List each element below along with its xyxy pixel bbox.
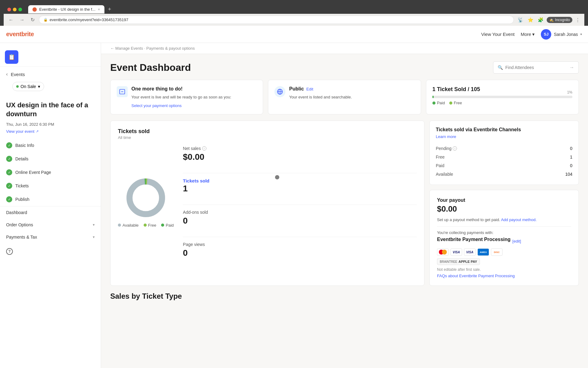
free-dot [449, 102, 452, 105]
more-browser-btn[interactable]: ⋮ [574, 16, 581, 24]
sidebar-basic-info[interactable]: ✓ Basic Info [0, 139, 101, 152]
public-card: Public Edit Your event is listed and sea… [268, 80, 421, 114]
add-payout-link[interactable]: Add payout method. [501, 217, 537, 222]
view-event-button[interactable]: View Your Event [481, 32, 514, 37]
select-payment-link[interactable]: Select your payment options [131, 103, 231, 108]
find-attendees-input[interactable] [505, 65, 567, 70]
window-maximize[interactable] [18, 8, 22, 11]
stats-row: Tickets sold All time [110, 121, 579, 286]
pending-info-icon[interactable]: i [453, 146, 457, 151]
sidebar-payments-tax[interactable]: Payments & Tax ▾ [0, 231, 101, 243]
extensions-icon[interactable]: 🧩 [537, 16, 545, 24]
incognito-badge: 🕵️ Incognito [547, 17, 572, 23]
available-row-label: Available [436, 172, 453, 177]
provider-edit-link[interactable]: [edit] [512, 239, 521, 243]
channels-available-row: Available 104 [436, 170, 572, 178]
tickets-sold-link[interactable]: Tickets sold [183, 178, 209, 183]
more-menu-button[interactable]: More ▾ [521, 32, 535, 37]
sidebar-publish[interactable]: ✓ Publish [0, 193, 101, 206]
sidebar-back-button[interactable]: ‹ [6, 71, 8, 77]
faqs-link[interactable]: FAQs about Eventbrite Payment Processing [437, 274, 571, 278]
header-actions: View Your Event More ▾ SJ Sarah Jonas ▾ [481, 29, 582, 40]
net-sales-label: Net sales i [183, 146, 417, 151]
addons-sold-section: Add-ons sold 0 [183, 210, 417, 226]
user-name: Sarah Jonas [554, 32, 578, 37]
payments-tax-caret: ▾ [93, 235, 95, 239]
on-sale-status-badge[interactable]: On Sale ▾ [12, 82, 44, 91]
publish-label: Publish [15, 197, 29, 202]
payout-card: Your payout $0.00 Set up a payout method… [429, 190, 579, 286]
find-attendees-box[interactable]: 🔍 → [493, 61, 579, 74]
sidebar-order-options[interactable]: Order Options ▾ [0, 219, 101, 231]
tickets-label: Tickets [15, 183, 29, 188]
lock-icon: 🔒 [43, 18, 48, 22]
todo-card-title: One more thing to do! [131, 86, 231, 92]
net-sales-section: Net sales i $0.00 [183, 146, 417, 162]
new-tab-button[interactable]: + [106, 5, 114, 14]
mc-circles [439, 250, 447, 255]
main-content: ← Manage Events · Payments & payout opti… [101, 43, 588, 368]
sidebar-online-event-page[interactable]: ✓ Online Event Page [0, 166, 101, 179]
net-sales-info-icon[interactable]: i [202, 146, 206, 151]
sidebar-back-row: ‹ Events [0, 69, 101, 82]
events-link[interactable]: Events [11, 72, 25, 77]
page-views-value: 0 [183, 248, 417, 258]
window-minimize[interactable] [13, 8, 17, 11]
search-icon: 🔍 [498, 65, 503, 70]
chart-area: Available Free Paid [118, 146, 417, 258]
url-text: eventbrite.com/myevent?eid=336451735197 [50, 17, 128, 22]
sidebar: 📋 ‹ Events On Sale ▾ UX design in the fa… [0, 43, 101, 368]
not-editable-text: Not editable after first sale. [437, 267, 571, 272]
free-row-label: Free [436, 155, 445, 159]
channels-card: Tickets sold via Eventbrite Channels Lea… [429, 121, 579, 185]
view-event-sidebar-link[interactable]: View your event [6, 129, 34, 134]
eventbrite-logo[interactable]: eventbrite [6, 31, 34, 38]
public-card-icon [274, 86, 285, 97]
channels-title: Tickets sold via Eventbrite Channels [436, 127, 521, 132]
apple-pay-label: APPLE PAY [458, 260, 477, 263]
tab-close-btn[interactable]: × [98, 7, 100, 12]
check-online-event: ✓ [6, 169, 12, 175]
public-edit-link[interactable]: Edit [306, 87, 313, 91]
payment-icons: VISA VISA AMEX DISC [437, 248, 571, 256]
amex-icon: AMEX [477, 248, 489, 256]
user-chevron-icon: ▾ [580, 33, 582, 36]
sales-section: Sales by Ticket Type [110, 292, 579, 301]
todo-card-desc: Your event is live and will be ready to … [131, 94, 231, 100]
status-chevron-icon: ▾ [38, 84, 40, 89]
tab-favicon [32, 7, 37, 12]
sales-title: Sales by Ticket Type [110, 292, 579, 301]
user-avatar: SJ [541, 29, 551, 40]
user-menu[interactable]: SJ Sarah Jonas ▾ [541, 29, 582, 40]
sidebar-dashboard[interactable]: Dashboard [0, 206, 101, 219]
browser-tab[interactable]: Eventbrite - UX design in the f... × [28, 5, 104, 13]
forward-button[interactable]: → [18, 16, 26, 24]
sidebar-tickets[interactable]: ✓ Tickets [0, 179, 101, 193]
address-bar[interactable]: 🔒 eventbrite.com/myevent?eid=33645173519… [39, 16, 514, 24]
donut-chart [124, 176, 167, 219]
free-chart-dot [144, 224, 147, 227]
basic-info-label: Basic Info [15, 143, 34, 148]
breadcrumb-text: ← Manage Events · Payments & payout opti… [110, 46, 195, 51]
back-button[interactable]: ← [7, 16, 15, 24]
pending-value: 0 [570, 146, 572, 151]
free-chart-label: Free [148, 223, 156, 228]
cast-icon[interactable]: 📡 [516, 16, 525, 24]
page-views-section: Page views 0 [183, 242, 417, 258]
divider-2 [183, 205, 417, 205]
help-button[interactable]: ? [0, 243, 101, 260]
payout-title: Your payout [437, 197, 571, 203]
incognito-label: Incognito [555, 18, 570, 22]
dashboard-nav-icon[interactable]: 📋 [5, 50, 18, 64]
bookmark-icon[interactable]: ⭐ [526, 16, 535, 24]
mc-right [442, 250, 447, 255]
legend-free: Free [449, 101, 462, 105]
sidebar-details[interactable]: ✓ Details [0, 152, 101, 166]
check-basic-info: ✓ [6, 142, 12, 148]
todo-card-icon [117, 86, 128, 97]
paid-chart-dot [161, 224, 164, 227]
refresh-button[interactable]: ↻ [29, 16, 36, 24]
channels-learn-more[interactable]: Learn more [436, 134, 456, 139]
visa-icon-2: VISA [464, 248, 476, 256]
window-close[interactable] [7, 8, 11, 11]
